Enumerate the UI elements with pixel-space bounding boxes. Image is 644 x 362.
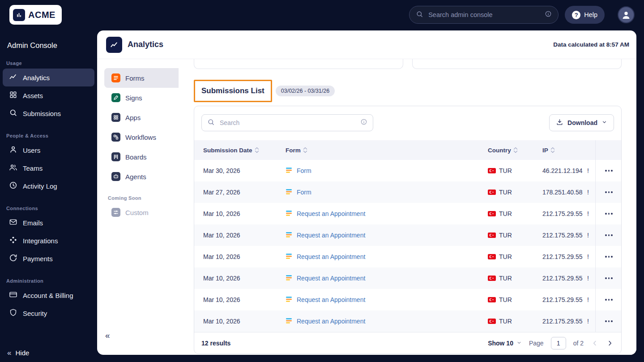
table-header-row: Submission Date Form Country IP: [194, 140, 621, 160]
form-cell: Request an Appointment: [286, 317, 488, 326]
form-link[interactable]: Request an Appointment: [286, 210, 488, 218]
clipped-cell: !: [587, 253, 595, 260]
sidebar-item-users[interactable]: Users: [3, 141, 94, 159]
row-actions-menu[interactable]: [603, 167, 614, 174]
form-link[interactable]: Form: [286, 167, 488, 175]
line-chart-icon: [106, 37, 122, 53]
sidebar-item-account-billing[interactable]: Account & Billing: [3, 286, 94, 304]
next-page-button[interactable]: [606, 339, 614, 347]
submission-date-cell: Mar 30, 2026: [194, 167, 286, 174]
workflow-icon: [111, 133, 120, 142]
show-per-page-dropdown[interactable]: Show 10: [488, 340, 522, 347]
admin-search-bar[interactable]: [409, 6, 559, 24]
form-link[interactable]: Request an Appointment: [286, 296, 488, 304]
row-actions-menu[interactable]: [603, 232, 614, 239]
section-head: Submissions List 03/02/26 - 03/31/26: [194, 80, 622, 102]
turkey-flag-icon: [488, 233, 496, 238]
form-cell: Request an Appointment: [286, 274, 488, 283]
prev-page-button[interactable]: [591, 339, 599, 347]
data-calculated-status: Data calculated at 8:57 AM: [553, 41, 629, 48]
sidebar-item-teams[interactable]: Teams: [3, 159, 94, 177]
form-link[interactable]: Form: [286, 188, 488, 197]
table-row: Mar 10, 2026 Request an Appointment TUR: [194, 246, 621, 267]
header-form[interactable]: Form: [286, 140, 488, 160]
form-icon: [286, 167, 293, 175]
sidebar-item-integrations[interactable]: Integrations: [3, 232, 94, 250]
subnav-item-apps[interactable]: Apps: [104, 108, 179, 127]
turkey-flag-icon: [488, 276, 496, 281]
header-ip[interactable]: IP: [542, 140, 587, 160]
subnav-item-agents[interactable]: Agents: [104, 167, 179, 186]
sidebar-item-payments[interactable]: Payments: [3, 250, 94, 267]
custom-icon: [111, 208, 120, 217]
row-actions-menu[interactable]: [603, 253, 614, 260]
user-icon: [9, 145, 17, 155]
row-actions-menu[interactable]: [603, 296, 614, 303]
info-icon[interactable]: [545, 10, 552, 19]
boards-icon: [111, 152, 120, 161]
header-country[interactable]: Country: [488, 140, 542, 160]
table-row: Mar 10, 2026 Request an Appointment TUR: [194, 267, 621, 289]
table-search-box[interactable]: [201, 114, 373, 131]
ip-cell: 212.175.29.55: [542, 253, 587, 260]
subnav-item-signs[interactable]: Signs: [104, 88, 179, 108]
users-icon: [9, 163, 17, 173]
subnav-item-boards[interactable]: Boards: [104, 147, 179, 167]
pagination-controls: Show 10 Page of 2: [488, 337, 614, 349]
section-label-usage: Usage: [6, 60, 97, 66]
clipped-cell: !: [587, 167, 595, 174]
form-link[interactable]: Request an Appointment: [286, 231, 488, 240]
sidebar-item-security[interactable]: Security: [3, 304, 94, 322]
country-cell: TUR: [488, 296, 542, 303]
form-cell: Request an Appointment: [286, 253, 488, 261]
row-actions-menu[interactable]: [603, 189, 614, 196]
header-clipped: [587, 140, 595, 160]
row-actions-menu[interactable]: [603, 210, 614, 217]
subnav-item-workflows[interactable]: Workflows: [104, 127, 179, 147]
form-icon: [286, 296, 293, 304]
admin-search-input[interactable]: [427, 11, 541, 19]
form-icon: [286, 317, 293, 326]
section-label-connections: Connections: [6, 206, 97, 211]
sign-icon: [111, 93, 120, 102]
form-link[interactable]: Request an Appointment: [286, 253, 488, 261]
turkey-flag-icon: [488, 190, 496, 195]
sort-icon: [255, 147, 259, 153]
sidebar-title: Admin Console: [7, 41, 97, 50]
country-code: TUR: [499, 318, 512, 325]
sidebar-item-emails[interactable]: Emails: [3, 214, 94, 232]
subnav-item-forms[interactable]: Forms: [104, 68, 179, 88]
avatar[interactable]: [618, 6, 635, 23]
form-link[interactable]: Request an Appointment: [286, 274, 488, 283]
sidebar-item-assets[interactable]: Assets: [3, 86, 94, 104]
submission-date-cell: Mar 10, 2026: [194, 296, 286, 303]
sidebar-item-analytics[interactable]: Analytics: [3, 69, 94, 86]
page-number-input[interactable]: [551, 337, 566, 349]
row-actions-menu[interactable]: [603, 318, 614, 325]
table-footer: 12 results Show 10 Page of 2: [194, 332, 621, 353]
form-icon: [286, 274, 293, 283]
form-link[interactable]: Request an Appointment: [286, 317, 488, 326]
download-button[interactable]: Download: [549, 114, 614, 131]
subnav-item-custom: Custom: [104, 203, 179, 222]
country-code: TUR: [499, 189, 512, 196]
sidebar-hide-button[interactable]: « Hide: [7, 349, 29, 357]
clipped-cell: !: [587, 210, 595, 217]
row-actions-cell: [595, 289, 622, 310]
sidebar-item-activity-log[interactable]: Activity Log: [3, 177, 94, 195]
download-icon: [556, 118, 563, 127]
acme-logo[interactable]: ACME: [9, 5, 62, 25]
table-search-input[interactable]: [219, 119, 356, 127]
help-button[interactable]: ? Help: [565, 6, 605, 24]
header-submission-date[interactable]: Submission Date: [194, 140, 286, 160]
page-label: Page: [529, 340, 544, 347]
refresh-icon: [9, 254, 17, 263]
subnav-collapse-button[interactable]: «: [105, 331, 110, 340]
table-row: Mar 10, 2026 Request an Appointment TUR: [194, 289, 621, 310]
country-code: TUR: [499, 275, 512, 282]
sidebar-item-submissions[interactable]: Submissions: [3, 104, 94, 122]
clipped-cell: !: [587, 318, 595, 325]
topbar: ACME ? Help: [0, 0, 644, 30]
info-icon[interactable]: [360, 118, 367, 127]
row-actions-menu[interactable]: [603, 275, 614, 282]
